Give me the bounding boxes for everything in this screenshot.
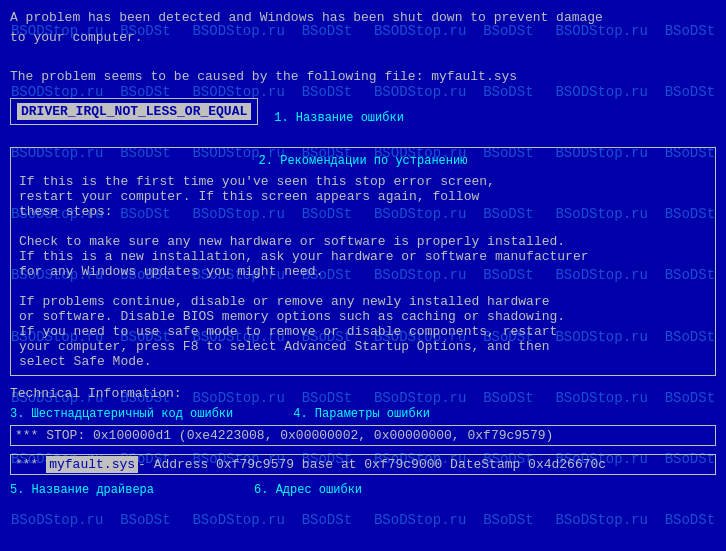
driver-line: *** myfault.sys- Address 0xf79c9579 base…	[10, 454, 716, 475]
intro-line2: to your computer.	[10, 28, 716, 48]
rec-line11: If you need to use safe mode to remove o…	[19, 324, 707, 339]
rec-line10: or software. Disable BIOS memory options…	[19, 309, 707, 324]
rec-line3: these steps:	[19, 204, 707, 219]
intro-line4: The problem seems to be caused by the fo…	[10, 67, 716, 87]
rec-line9: If problems continue, disable or remove …	[19, 294, 707, 309]
bsod-content: A problem has been detected and Windows …	[0, 0, 726, 505]
rec-line6: If this is a new installation, ask your …	[19, 249, 707, 264]
stop-line: *** STOP: 0x100000d1 (0xe4223008, 0x0000…	[10, 425, 716, 446]
recommendations-box: 2. Рекомендации по устранению If this is…	[10, 147, 716, 376]
rec-line5: Check to make sure any new hardware or s…	[19, 234, 707, 249]
label3-text: 3. Шестнадцатеричный код ошибки	[10, 407, 233, 421]
label5-text: 5. Название драйвера	[10, 483, 154, 497]
driver-prefix: ***	[15, 457, 46, 472]
error-code-text: DRIVER_IRQL_NOT_LESS_OR_EQUAL	[17, 103, 251, 120]
label4-text: 4. Параметры ошибки	[293, 407, 430, 421]
rec-line1: If this is the first time you've seen th…	[19, 174, 707, 189]
label1-text: 1. Название ошибки	[274, 111, 404, 125]
driver-name: myfault.sys	[46, 456, 138, 473]
tech-info-label: Technical Information:	[10, 386, 716, 401]
bottom-labels-row: 5. Название драйвера 6. Адрес ошибки	[10, 483, 716, 497]
intro-line1: A problem has been detected and Windows …	[10, 8, 716, 28]
driver-rest: - Address 0xf79c9579 base at 0xf79c9000 …	[138, 457, 606, 472]
error-code-row: DRIVER_IRQL_NOT_LESS_OR_EQUAL 1. Названи…	[10, 98, 716, 137]
rec-line7: for any Windows updates you might need.	[19, 264, 707, 279]
rec-line13: select Safe Mode.	[19, 354, 707, 369]
intro-text: A problem has been detected and Windows …	[10, 8, 716, 86]
error-code-box: DRIVER_IRQL_NOT_LESS_OR_EQUAL	[10, 98, 258, 125]
rec-line2: restart your computer. If this screen ap…	[19, 189, 707, 204]
stop-labels-row: 3. Шестнадцатеричный код ошибки 4. Парам…	[10, 407, 716, 421]
label6-text: 6. Адрес ошибки	[254, 483, 362, 497]
rec-title: 2. Рекомендации по устранению	[19, 154, 707, 168]
rec-line12: your computer, press F8 to select Advanc…	[19, 339, 707, 354]
